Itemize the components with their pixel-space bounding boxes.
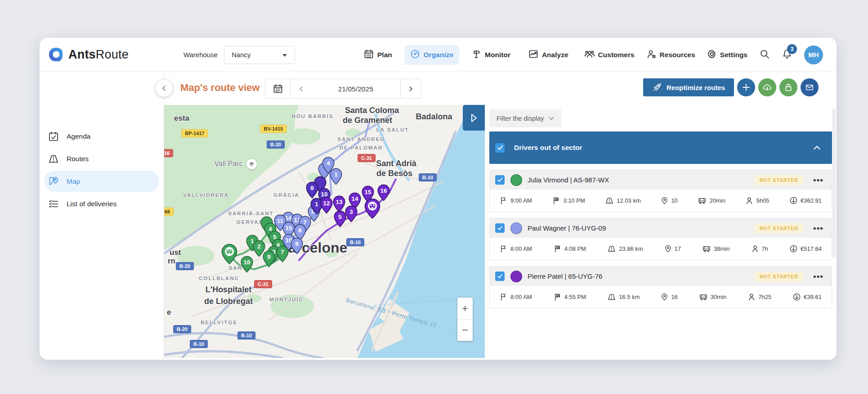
sidebar-item-agenda[interactable]: Agenda <box>44 126 159 147</box>
lock-icon <box>784 83 793 92</box>
nav-tab-organize[interactable]: Organize <box>404 45 459 65</box>
nav-tab-monitor[interactable]: Monitor <box>465 45 516 65</box>
previous-day-button[interactable] <box>291 79 311 98</box>
next-day-button[interactable] <box>400 79 421 98</box>
svg-text:15: 15 <box>285 225 292 231</box>
driver-stats-row: 9:00 AM3:10 PM12.03 km1020min5h05€362.91 <box>490 190 832 212</box>
driver-card: Pierre Patel | 65-UYG-76NOT STARTED•••8:… <box>489 266 832 308</box>
calendar-picker-button[interactable] <box>265 79 291 98</box>
route-stat: 4:08 PM <box>554 245 586 253</box>
route-stat: 20min <box>698 197 725 204</box>
nav-tab-plan[interactable]: Plan <box>358 45 398 65</box>
zoom-out-button[interactable]: − <box>457 320 473 341</box>
reoptimize-routes-button[interactable]: Reoptimize routes <box>643 78 734 96</box>
svg-text:8: 8 <box>310 185 314 191</box>
route-stat: 30min <box>699 293 726 301</box>
pin-icon <box>661 197 668 204</box>
sidebar-item-routes[interactable]: Routes <box>44 148 159 169</box>
check-icon <box>497 145 503 150</box>
driver-row[interactable]: Pierre Patel | 65-UYG-76NOT STARTED••• <box>490 267 832 286</box>
map-expand-button[interactable] <box>463 105 485 131</box>
driver-card: Julia Virmond | AS-987-WXNOT STARTED•••9… <box>489 170 832 212</box>
route-stat: 23.86 km <box>608 245 643 253</box>
search-button[interactable] <box>759 49 770 61</box>
sidebar-item-map[interactable]: Map <box>44 171 159 192</box>
route-stat: 5h05 <box>746 197 769 204</box>
van-icon <box>699 293 707 301</box>
svg-text:13: 13 <box>336 199 343 205</box>
export-button[interactable] <box>758 78 776 96</box>
svg-text:8: 8 <box>298 227 302 234</box>
svg-text:12: 12 <box>323 200 330 207</box>
header-link-settings[interactable]: Settings <box>707 49 747 61</box>
svg-text:2: 2 <box>257 243 261 250</box>
panel-scrollbar[interactable] <box>832 109 836 257</box>
sidebar-item-list-of-deliveries[interactable]: List of deliveries <box>44 193 159 214</box>
notifications-button[interactable]: 3 <box>782 49 792 61</box>
route-stat: €517.64 <box>790 245 822 253</box>
signpost-icon <box>471 49 481 61</box>
group-checkbox[interactable] <box>495 143 505 153</box>
sidebar-collapse-button[interactable] <box>156 80 173 97</box>
more-options-button[interactable]: ••• <box>813 274 823 279</box>
route-stat: €39.61 <box>793 293 822 301</box>
start-flag-icon <box>500 245 507 253</box>
header-link-resources[interactable]: Resources <box>646 49 695 61</box>
current-date[interactable]: 21/05/2025 <box>311 79 400 98</box>
map-stop-pin-violet-12[interactable]: 12 <box>320 197 333 216</box>
agenda-icon <box>48 131 59 142</box>
chevron-up-icon[interactable] <box>814 145 820 150</box>
route-stat: €362.91 <box>790 197 822 204</box>
filter-display-button[interactable]: Filter the display <box>489 109 561 127</box>
settings-icon <box>707 49 717 61</box>
svg-text:15: 15 <box>364 189 371 195</box>
pin-icon <box>665 245 671 253</box>
route-stat: 8:00 AM <box>500 245 532 253</box>
lock-button[interactable] <box>779 78 797 96</box>
map-stop-pin-green-9[interactable]: 9 <box>263 250 275 269</box>
svg-text:9: 9 <box>295 240 299 247</box>
bell-icon <box>782 53 792 61</box>
envelope-icon <box>805 83 814 92</box>
van-icon <box>702 245 711 253</box>
finish-flag-icon <box>552 197 560 204</box>
zoom-in-button[interactable]: + <box>457 298 473 320</box>
more-options-button[interactable]: ••• <box>813 178 823 182</box>
rocket-icon <box>652 82 662 92</box>
driver-checkbox[interactable] <box>495 175 505 185</box>
driver-row[interactable]: Paul Wagner | 76-UYG-09NOT STARTED••• <box>490 218 832 238</box>
route-map[interactable]: estaNOU BARRISSanta Colomade GramenetBad… <box>164 105 485 358</box>
mail-button[interactable] <box>801 78 819 96</box>
more-options-button[interactable]: ••• <box>813 226 823 231</box>
map-stop-pin-blue-9[interactable]: 9 <box>291 237 303 256</box>
user-avatar[interactable]: MH <box>804 45 823 64</box>
map-toolbar: Map's route view 21/05/2025 <box>164 72 837 105</box>
map-depot-pin-violet[interactable] <box>364 198 380 221</box>
park-poi-icon <box>246 159 257 169</box>
nav-tab-analyze[interactable]: Analyze <box>523 45 574 65</box>
app-window: AntsRoute Warehouse Nancy PlanOrganizeMo… <box>40 38 837 360</box>
map-stop-pin-violet-5[interactable]: 5 <box>334 210 346 229</box>
driver-row[interactable]: Julia Virmond | AS-987-WXNOT STARTED••• <box>490 170 832 190</box>
driver-checkbox[interactable] <box>495 223 505 233</box>
svg-text:14: 14 <box>351 195 358 202</box>
finish-flag-icon <box>554 245 561 253</box>
warehouse-select[interactable]: Nancy <box>224 46 295 64</box>
start-flag-icon <box>500 197 507 204</box>
map-depot-pin-green[interactable] <box>221 244 237 267</box>
svg-text:1: 1 <box>334 171 338 178</box>
driver-checkbox[interactable] <box>495 272 505 281</box>
map-stop-pin-violet-3[interactable]: 3 <box>345 205 358 224</box>
map-stop-pin-blue-1[interactable]: 1 <box>330 168 342 187</box>
route-stat: 3:10 PM <box>552 197 585 204</box>
route-stat: 17 <box>665 245 681 253</box>
driver-stats-row: 8:00 AM4:55 PM16.5 km1630min7h25€39.61 <box>490 286 832 308</box>
map-stop-pin-green-10[interactable]: 10 <box>241 256 253 275</box>
resources-icon <box>646 49 657 61</box>
add-button[interactable] <box>737 78 755 96</box>
header-link-customers[interactable]: Customers <box>584 49 635 61</box>
antsroute-logo[interactable]: AntsRoute <box>47 46 129 63</box>
driver-name: Pierre Patel | 65-UYG-76 <box>528 272 602 280</box>
road-icon <box>605 197 613 204</box>
drivers-group-header[interactable]: Drivers out of sector <box>489 131 832 164</box>
